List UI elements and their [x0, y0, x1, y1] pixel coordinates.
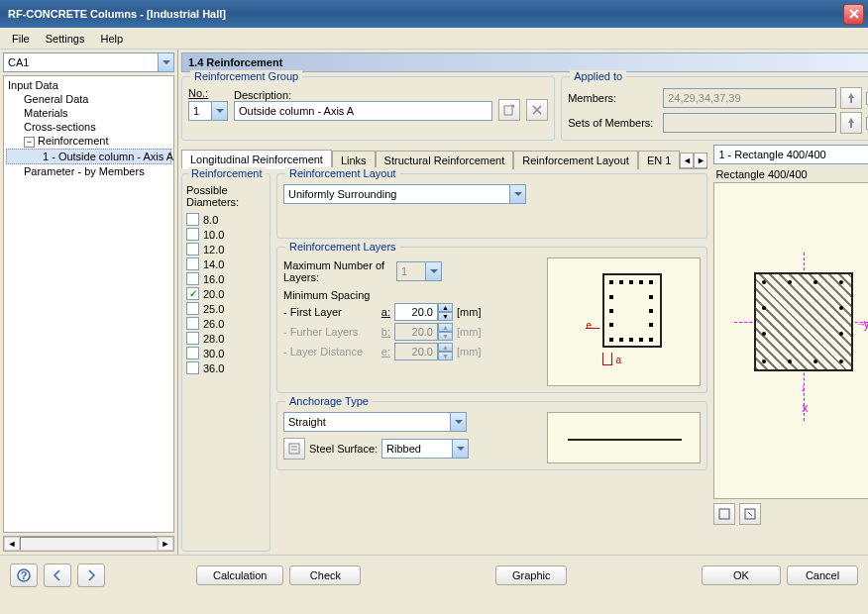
diameter-label: 20.0 — [203, 288, 224, 300]
new-group-button[interactable] — [498, 99, 520, 121]
scroll-track[interactable] — [20, 537, 158, 551]
prev-button[interactable] — [44, 563, 71, 587]
diameter-check[interactable]: 10.0 — [186, 227, 266, 242]
collapse-icon[interactable]: − — [24, 137, 35, 148]
bottom-bar: ? Calculation Check Graphic OK Cancel — [0, 555, 868, 594]
scroll-right-icon[interactable]: ► — [158, 537, 173, 551]
tab-nav-left[interactable]: ◄ — [680, 153, 694, 168]
anchorage-help-button[interactable] — [283, 438, 305, 460]
delete-group-button[interactable] — [526, 99, 548, 121]
tree-param[interactable]: Parameter - by Members — [6, 164, 171, 178]
checkbox-icon[interactable] — [186, 243, 199, 256]
check-button[interactable]: Check — [289, 565, 361, 585]
window-title: RF-CONCRETE Columns - [Industrial Hall] — [4, 8, 843, 20]
chevron-down-icon[interactable] — [158, 53, 173, 71]
titlebar: RF-CONCRETE Columns - [Industrial Hall] — [0, 0, 868, 28]
ok-button[interactable]: OK — [702, 565, 781, 585]
menu-file[interactable]: File — [4, 31, 38, 47]
diameter-check[interactable]: 14.0 — [186, 256, 266, 271]
tab-layout[interactable]: Reinforcement Layout — [513, 151, 638, 169]
diameter-check[interactable]: 30.0 — [186, 346, 266, 360]
new-icon — [502, 103, 516, 117]
tab-bar: Longitudinal Reinforcement Links Structu… — [181, 149, 707, 169]
diameter-check[interactable]: 28.0 — [186, 331, 266, 346]
layout-combo[interactable]: Uniformly Surrounding — [283, 184, 526, 204]
navigation-tree[interactable]: Input Data General Data Materials Cross-… — [3, 75, 174, 533]
tree-root[interactable]: Input Data — [6, 78, 171, 92]
diameter-check[interactable]: 26.0 — [186, 316, 266, 331]
first-layer-input[interactable]: 20.0▲▼ — [394, 303, 453, 321]
chevron-down-icon[interactable] — [450, 413, 466, 431]
tree-cross[interactable]: Cross-sections — [6, 120, 171, 134]
spin-down-icon[interactable]: ▼ — [438, 312, 453, 321]
checkbox-icon[interactable] — [186, 347, 199, 359]
tree-materials[interactable]: Materials — [6, 106, 171, 120]
case-combo[interactable]: CA1 — [3, 52, 174, 72]
tree-reinf-item[interactable]: 1 - Outside column - Axis A — [6, 149, 171, 164]
checkbox-icon[interactable] — [186, 272, 199, 285]
delete-icon — [530, 103, 544, 117]
tree-scrollbar[interactable]: ◄ ► — [3, 536, 174, 552]
next-button[interactable] — [77, 563, 105, 587]
diameter-check[interactable]: 36.0 — [186, 360, 266, 375]
menu-help[interactable]: Help — [92, 31, 131, 47]
group-reinf-layers: Reinforcement Layers Maximum Number of L… — [276, 247, 707, 393]
diameter-check[interactable]: 8.0 — [186, 212, 266, 227]
help-button[interactable]: ? — [10, 563, 38, 587]
no-combo[interactable]: 1 — [188, 101, 228, 121]
left-panel: CA1 Input Data General Data Materials Cr… — [0, 50, 178, 555]
pick-members-button[interactable] — [840, 87, 862, 109]
group-reinf-layout: Reinforcement Layout Uniformly Surroundi… — [276, 173, 707, 239]
further-layer-input: 20.0▲▼ — [394, 323, 453, 341]
svg-rect-1 — [289, 444, 299, 454]
checkbox-icon[interactable] — [186, 361, 199, 374]
anchorage-combo[interactable]: Straight — [283, 412, 467, 432]
diameter-label: 25.0 — [203, 303, 224, 315]
tree-general[interactable]: General Data — [6, 92, 171, 106]
checkbox-icon[interactable]: ✓ — [186, 287, 199, 300]
cancel-button[interactable]: Cancel — [787, 565, 858, 585]
checkbox-icon[interactable] — [186, 332, 199, 345]
close-button[interactable] — [843, 4, 864, 25]
desc-label: Description: — [234, 89, 492, 101]
layerdist-input: 20.0▲▼ — [394, 343, 453, 360]
svg-text:?: ? — [21, 569, 28, 581]
possible-label: Possible Diameters: — [186, 184, 266, 208]
axis-x: x — [802, 401, 808, 415]
members-label: Members: — [568, 92, 659, 104]
surface-label: Steel Surface: — [309, 443, 378, 455]
checkbox-icon[interactable] — [186, 257, 199, 270]
menu-settings[interactable]: Settings — [38, 31, 93, 47]
checkbox-icon[interactable] — [186, 317, 199, 330]
calculation-button[interactable]: Calculation — [196, 565, 283, 585]
chevron-down-icon[interactable] — [211, 102, 227, 120]
maxlayers-combo[interactable]: 1 — [396, 261, 442, 281]
tab-longitudinal[interactable]: Longitudinal Reinforcement — [181, 150, 332, 169]
no-label: No.: — [188, 87, 228, 99]
diameter-check[interactable]: 16.0 — [186, 271, 266, 286]
section-combo[interactable]: 1 - Rectangle 400/400 — [713, 145, 868, 164]
sets-label: Sets of Members: — [568, 117, 659, 129]
spin-up-icon[interactable]: ▲ — [438, 303, 453, 312]
chevron-down-icon[interactable] — [509, 185, 525, 203]
anchorage-preview — [547, 412, 701, 463]
checkbox-icon[interactable] — [186, 228, 199, 241]
chevron-down-icon[interactable] — [425, 262, 441, 280]
tree-reinforcement[interactable]: −Reinforcement — [6, 134, 171, 149]
preview-tool-1[interactable] — [713, 503, 735, 525]
graphic-button[interactable]: Graphic — [495, 565, 568, 585]
chevron-down-icon[interactable] — [452, 440, 468, 458]
checkbox-icon[interactable] — [186, 213, 199, 226]
tab-nav-right[interactable]: ► — [694, 153, 707, 168]
diameter-check[interactable]: 25.0 — [186, 301, 266, 316]
checkbox-icon[interactable] — [186, 302, 199, 315]
scroll-left-icon[interactable]: ◄ — [4, 537, 20, 551]
surface-combo[interactable]: Ribbed — [381, 439, 469, 459]
svg-rect-2 — [719, 509, 729, 519]
diameter-check[interactable]: 12.0 — [186, 242, 266, 256]
tab-en1[interactable]: EN 1 — [638, 151, 680, 169]
preview-tool-2[interactable] — [739, 503, 761, 525]
pick-sets-button[interactable] — [840, 112, 862, 134]
desc-field[interactable]: Outside column - Axis A — [234, 101, 492, 121]
diameter-check[interactable]: ✓20.0 — [186, 286, 266, 301]
